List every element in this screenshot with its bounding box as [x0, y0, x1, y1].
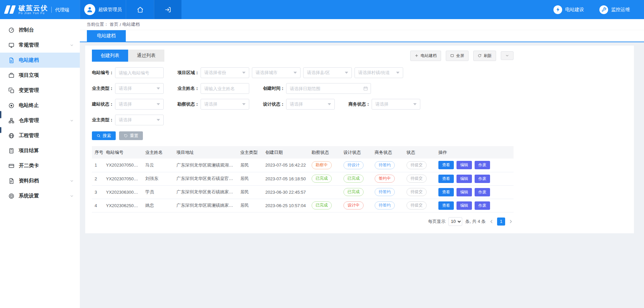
row-no: 4 [92, 199, 103, 212]
sidebar-item-project-init[interactable]: 项目立项 [0, 68, 80, 83]
status-badge: 签约中 [375, 175, 395, 183]
user-menu[interactable]: 超级管理员 [80, 0, 126, 19]
station-code: YX2023070500010 [103, 172, 143, 185]
filter-form: 电站编号： 项目区域： 请选择省份 请选择城市 [92, 67, 514, 125]
view-button[interactable]: 查看 [438, 188, 454, 196]
owner-name-input[interactable] [201, 83, 249, 94]
next-page-button[interactable] [508, 219, 514, 224]
table-row: 4YX2023062500004姚忠广东深圳龙华区观澜镇姚家庄...居民2023… [92, 199, 514, 212]
search-button[interactable]: 搜索 [92, 131, 116, 140]
edit-button[interactable]: 编辑 [457, 201, 472, 210]
breadcrumb-home[interactable]: 首页 [110, 21, 118, 27]
select-placeholder: 请选择 [119, 85, 132, 91]
edit-button[interactable]: 编辑 [457, 188, 472, 196]
topbar-link-label: 电站建设 [565, 7, 584, 13]
owner-type: 居民 [237, 185, 263, 199]
page-number[interactable]: 1 [497, 218, 505, 226]
sidebar-item-general-mgmt[interactable]: 常规管理 [0, 38, 80, 53]
column-header: 设计状态 [341, 146, 372, 159]
sidebar-item-settings[interactable]: 系统设置 [0, 188, 80, 203]
tab-pass-list[interactable]: 通过列表 [128, 50, 164, 62]
fullscreen-button[interactable]: 全屏 [446, 51, 469, 61]
survey-status-cell [309, 185, 341, 199]
create-time-input[interactable] [286, 83, 371, 94]
design-status-select[interactable]: 请选择 [286, 99, 335, 110]
chevron-left-icon [489, 219, 494, 224]
chevron-right-icon [508, 219, 514, 224]
survey-status-select[interactable]: 请选择 [201, 99, 249, 110]
owner-type: 居民 [237, 199, 263, 212]
sidebar-item-console[interactable]: 控制台 [0, 22, 80, 38]
column-header: 操作 [436, 146, 514, 159]
collapse-button[interactable] [501, 51, 514, 60]
view-button[interactable]: 查看 [438, 161, 454, 169]
sidebar-item-class2-card[interactable]: 开二类卡 [0, 158, 80, 173]
prev-page-button[interactable] [489, 219, 494, 224]
view-button[interactable]: 查看 [438, 175, 454, 183]
logo-icon [4, 5, 16, 14]
region-city-select[interactable]: 请选择城市 [252, 67, 301, 78]
sidebar-item-label: 控制台 [19, 27, 34, 33]
fullscreen-icon [450, 54, 454, 58]
void-button[interactable]: 作废 [475, 161, 490, 169]
column-header: 电站编号 [103, 146, 143, 159]
calculator-icon [8, 148, 14, 154]
add-station-button[interactable]: 电站建档 [410, 51, 441, 61]
logout-button[interactable] [154, 0, 181, 19]
filter-owner-type: 业主类型： 请选择 [92, 83, 164, 94]
sidebar-item-change-mgmt[interactable]: 变更管理 [0, 83, 80, 98]
build-status-select[interactable]: 请选择 [115, 99, 164, 110]
business-status-select[interactable]: 请选择 [372, 99, 420, 110]
edit-button[interactable]: 编辑 [457, 161, 472, 169]
sidebar-item-station-stop[interactable]: 电站终止 [0, 98, 80, 113]
column-header: 勘察状态 [309, 146, 341, 159]
home-button[interactable] [126, 0, 154, 19]
view-button[interactable]: 查看 [438, 201, 454, 210]
refresh-button[interactable]: 刷新 [473, 51, 496, 61]
logo-text: 破茧云伏 Po Jian Yun Fu [18, 4, 48, 15]
page-tab-bar: 电站建档 [80, 30, 644, 42]
select-placeholder: 请选择 [119, 117, 132, 123]
owner-type-label: 业主类型： [92, 85, 114, 91]
region-province-select[interactable]: 请选择省份 [201, 67, 249, 78]
topbar-link-station-build[interactable]: 电站建设 [553, 5, 584, 14]
sidebar-item-archive[interactable]: 资料归档 [0, 173, 80, 188]
chevron-down-icon [328, 103, 331, 105]
sidebar-item-engineering[interactable]: 工程管理 [0, 128, 80, 143]
status-badge: 待签约 [375, 188, 395, 196]
page-tab-station-file[interactable]: 电站建档 [87, 30, 126, 42]
sidebar-item-warehouse[interactable]: 仓库管理 [0, 113, 80, 128]
chevron-down-icon [157, 103, 160, 105]
void-button[interactable]: 作废 [475, 175, 490, 183]
void-button[interactable]: 作废 [475, 201, 490, 210]
void-button[interactable]: 作废 [475, 188, 490, 196]
owner-type: 居民 [237, 172, 263, 185]
panel-toolbar: 电站建档全屏刷新 [410, 51, 514, 61]
table-header-row: 序号电站编号业主姓名项目地址业主类型创建日期勘察状态设计状态商务状态状态操作 [92, 146, 514, 159]
station-code-input[interactable] [115, 67, 164, 78]
select-placeholder: 请选择省份 [204, 70, 226, 76]
status-badge: 待提交 [407, 175, 427, 183]
project-address: 广东深圳龙华区观澜镇观湖路... [174, 159, 237, 172]
owner-name: 姚忠 [143, 199, 174, 212]
project-icon [8, 72, 14, 78]
survey-status-cell: 已完成 [309, 172, 341, 185]
search-icon [97, 134, 101, 138]
status-badge: 待提交 [407, 188, 427, 196]
file-icon [8, 57, 14, 63]
sidebar-item-label: 常规管理 [19, 42, 39, 48]
sidebar-item-label: 资料归档 [19, 178, 39, 184]
per-page-select[interactable]: 10 [448, 217, 462, 226]
tab-create-list[interactable]: 创建列表 [92, 50, 128, 62]
reset-button[interactable]: 重置 [119, 131, 143, 140]
owner-type-select[interactable]: 请选择 [115, 83, 164, 94]
edit-button[interactable]: 编辑 [457, 175, 472, 183]
region-county-select[interactable]: 请选择县/区 [303, 67, 352, 78]
sidebar-item-station-file[interactable]: 电站建档 [0, 53, 80, 68]
owner-type2-select[interactable]: 请选择 [115, 115, 164, 125]
region-town-select[interactable]: 请选择村镇/街道 [355, 67, 403, 78]
topbar-link-monitor-ops[interactable]: 监控运维 [599, 5, 630, 14]
filter-owner-name: 业主姓名： [177, 83, 249, 94]
sidebar-item-settlement[interactable]: 项目结算 [0, 143, 80, 158]
column-header: 业主姓名 [143, 146, 174, 159]
